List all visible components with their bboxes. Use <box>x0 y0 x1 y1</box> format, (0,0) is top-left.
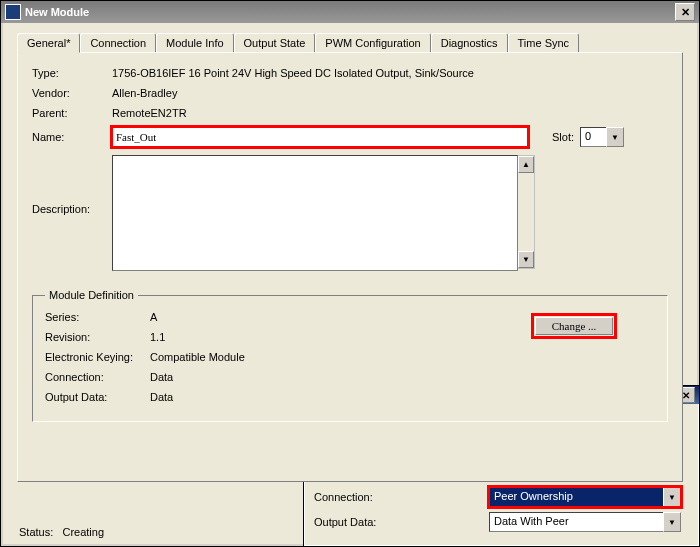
md-revision-label: Revision: <box>45 331 150 343</box>
module-definition-group: Module Definition Series:A Revision:1.1 … <box>32 289 668 422</box>
tab-general[interactable]: General* <box>17 33 80 53</box>
tab-time-sync[interactable]: Time Sync <box>508 33 580 52</box>
slot-label: Slot: <box>552 131 574 143</box>
app-icon <box>5 4 21 20</box>
change-button[interactable]: Change ... <box>535 317 613 335</box>
status-bar: Status: Creating <box>19 526 104 538</box>
md-revision-value: 1.1 <box>150 331 165 343</box>
type-value: 1756-OB16IEF 16 Point 24V High Speed DC … <box>112 67 474 79</box>
chevron-down-icon[interactable]: ▼ <box>663 487 681 507</box>
slot-select[interactable]: 0 ▼ <box>580 127 624 147</box>
md-output-data-label: Output Data: <box>45 391 150 403</box>
scroll-up-icon[interactable]: ▲ <box>518 156 534 173</box>
md-ek-label: Electronic Keying: <box>45 351 150 363</box>
mdd-output-data-label: Output Data: <box>314 516 419 528</box>
md-output-data-value: Data <box>150 391 173 403</box>
md-series-value: A <box>150 311 157 323</box>
tabs: General* Connection Module Info Output S… <box>17 33 683 52</box>
mdd-output-data-select[interactable]: Data With Peer ▼ <box>489 512 681 532</box>
titlebar: New Module ✕ <box>1 1 699 23</box>
description-label: Description: <box>32 155 112 215</box>
md-connection-value: Data <box>150 371 173 383</box>
type-label: Type: <box>32 67 112 79</box>
scroll-down-icon[interactable]: ▼ <box>518 251 534 268</box>
mdd-connection-value: Peer Ownership <box>489 487 663 507</box>
name-input[interactable] <box>112 127 528 147</box>
tab-output-state[interactable]: Output State <box>234 33 316 52</box>
status-value: Creating <box>62 526 104 538</box>
dialog-body: General* Connection Module Info Output S… <box>1 23 699 546</box>
tab-pwm-configuration[interactable]: PWM Configuration <box>315 33 430 52</box>
tab-strip: General* Connection Module Info Output S… <box>17 33 683 482</box>
mdd-connection-select[interactable]: Peer Ownership ▼ <box>489 487 681 507</box>
parent-label: Parent: <box>32 107 112 119</box>
tab-diagnostics[interactable]: Diagnostics <box>431 33 508 52</box>
tab-module-info[interactable]: Module Info <box>156 33 233 52</box>
vendor-value: Allen-Bradley <box>112 87 177 99</box>
md-connection-label: Connection: <box>45 371 150 383</box>
module-definition-legend: Module Definition <box>45 289 138 301</box>
chevron-down-icon[interactable]: ▼ <box>663 512 681 532</box>
name-label: Name: <box>32 131 112 143</box>
close-icon[interactable]: ✕ <box>675 3 695 21</box>
parent-value: RemoteEN2TR <box>112 107 187 119</box>
chevron-down-icon[interactable]: ▼ <box>606 127 624 147</box>
description-textarea[interactable] <box>112 155 518 271</box>
window-title: New Module <box>25 6 675 18</box>
mdd-output-data-value: Data With Peer <box>489 512 663 532</box>
tab-panel-general: Type: 1756-OB16IEF 16 Point 24V High Spe… <box>17 52 683 482</box>
description-scrollbar[interactable]: ▲ ▼ <box>518 155 535 269</box>
mdd-connection-label: Connection: <box>314 491 419 503</box>
new-module-window: New Module ✕ General* Connection Module … <box>0 0 700 547</box>
md-series-label: Series: <box>45 311 150 323</box>
status-label: Status: <box>19 526 53 538</box>
slot-value: 0 <box>580 127 606 147</box>
md-ek-value: Compatible Module <box>150 351 245 363</box>
tab-connection[interactable]: Connection <box>80 33 156 52</box>
vendor-label: Vendor: <box>32 87 112 99</box>
